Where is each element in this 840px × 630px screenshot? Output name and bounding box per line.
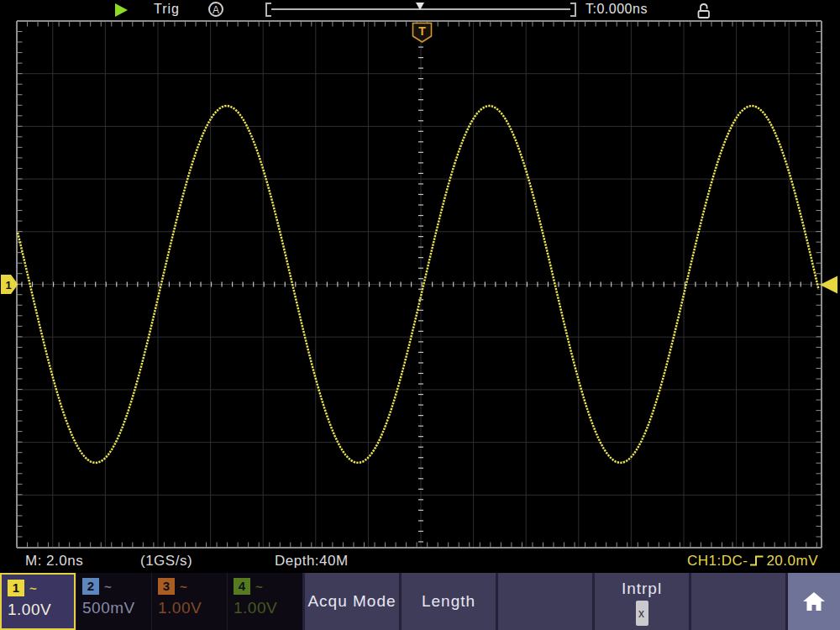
channel-2-cell[interactable]: 2 ~ 500mV [76, 573, 151, 630]
menu-empty-cell-1 [496, 573, 592, 630]
channel-1-badge: 1 [8, 580, 24, 596]
channel1-marker-label: 1 [6, 279, 12, 291]
timebase-readout: M: 2.0ns [25, 549, 83, 573]
graticule: 1T [0, 0, 840, 573]
menu-empty-cell-2 [689, 573, 785, 630]
bottom-menu-bar: 1 ~ 1.00V 2 ~ 500mV 3 ~ 1.00V [0, 573, 840, 630]
channel-2-scale: 500mV [82, 599, 145, 617]
channel-2-badge: 2 [82, 578, 99, 595]
channel-1-cell[interactable]: 1 ~ 1.00V [0, 573, 76, 630]
channel-1-scale: 1.00V [8, 601, 68, 619]
measurement-status-bar: M: 2.0ns (1GS/s) Depth:40M CH1:DC- 20.0m… [0, 549, 840, 573]
trigger-info-readout: CH1:DC- 20.0mV [687, 549, 818, 573]
trigger-source-coupling: CH1:DC- [687, 549, 748, 573]
channel-3-scale: 1.00V [158, 599, 221, 617]
home-icon [801, 590, 827, 613]
intrpl-label: Intrpl [622, 580, 662, 598]
trigger-level-value: 20.0mV [766, 549, 818, 573]
sample-rate-readout: (1GS/s) [140, 549, 192, 573]
channel-4-cell[interactable]: 4 ~ 1.00V [227, 573, 302, 630]
channel-3-cell[interactable]: 3 ~ 1.00V [151, 573, 227, 630]
channel-1-coupling-icon: ~ [29, 581, 37, 596]
home-button[interactable] [785, 573, 840, 630]
menu-intrpl-button[interactable]: Intrpl x [592, 573, 689, 630]
menu-length-button[interactable]: Length [399, 573, 496, 630]
channel-status-area: 1 ~ 1.00V 2 ~ 500mV 3 ~ 1.00V [0, 573, 302, 630]
rising-edge-icon [749, 554, 764, 568]
channel-3-badge: 3 [158, 578, 175, 595]
channel-3-coupling-icon: ~ [180, 580, 187, 594]
intrpl-checkbox[interactable]: x [636, 601, 648, 626]
channel-4-scale: 1.00V [234, 599, 297, 617]
trigger-level-arrow[interactable] [820, 276, 837, 294]
memory-depth-readout: Depth:40M [275, 549, 349, 573]
channel-2-coupling-icon: ~ [104, 580, 112, 594]
menu-acqu-mode-button[interactable]: Acqu Mode [302, 573, 399, 630]
channel-4-coupling-icon: ~ [255, 580, 263, 594]
channel-4-badge: 4 [234, 578, 250, 595]
oscilloscope-screen: Trig A T:0.000ns 1T M: 2.0ns (1GS/s) Dep… [0, 0, 840, 630]
trigger-badge-label: T [418, 24, 426, 38]
